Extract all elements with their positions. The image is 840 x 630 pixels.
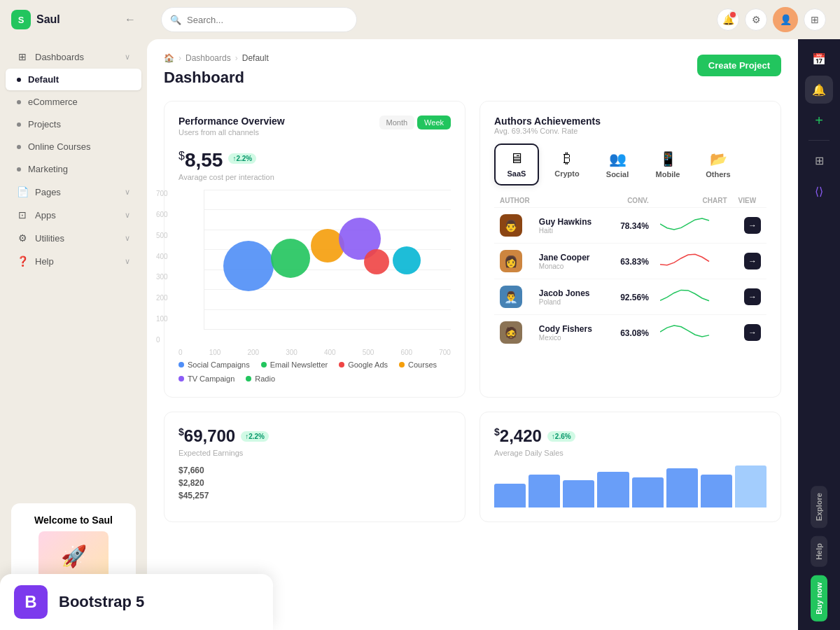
table-row: 👩 Jane Cooper Monaco 63.83% → [494,244,766,279]
nav-dot [17,100,21,104]
nav-dot [17,145,21,149]
sidebar-item-projects[interactable]: Projects [6,113,141,135]
settings-button[interactable]: ⚙ [745,8,767,31]
daily-sales-value: $2,420 [494,426,542,446]
legend-item: Social Campaigns [178,360,250,369]
nav-icon: ⊞ [17,51,28,62]
cat-label: Social [606,170,629,178]
category-tab-others[interactable]: 📂Others [696,144,741,186]
col-author: AUTHOR [494,194,608,208]
create-project-button[interactable]: Create Project [697,55,781,76]
author-avatar: 👨‍💼 [500,286,522,308]
legend-item: Google Ads [339,360,388,369]
x-label: 300 [286,349,298,356]
daily-sales-card: $2,420 ↑2.6% Average Daily Sales [479,412,781,522]
breadcrumb-dashboards[interactable]: Dashboards [186,53,231,63]
performance-title: Performance Overview [178,115,285,127]
legend-item: Courses [399,360,437,369]
app-logo: S [11,10,31,29]
view-cell: → [733,208,766,244]
explore-button[interactable]: Explore [811,486,827,528]
category-tab-crypto[interactable]: ₿Crypto [545,144,589,186]
sidebar-item-pages[interactable]: 📄Pages∨ [6,181,141,203]
col-conv: CONV. [608,194,654,208]
rail-bell-icon[interactable]: 🔔 [805,76,833,104]
bar [735,465,766,507]
sparkline-cell [654,208,733,244]
sidebar-item-help[interactable]: ❓Help∨ [6,250,141,272]
legend-dot [399,362,405,368]
legend-item: Radio [246,374,275,383]
author-info-cell: Guy Hawkins Haiti [533,208,608,244]
grid-button[interactable]: ⊞ [804,8,826,31]
nav-chevron: ∨ [125,211,130,220]
nav-icon: ⊡ [17,209,28,220]
period-month-button[interactable]: Month [379,115,415,130]
sidebar-item-default[interactable]: Default [6,69,141,90]
author-info-cell: Jacob Jones Poland [533,279,608,315]
search-icon: 🔍 [170,15,181,25]
notifications-button[interactable]: 🔔 [717,8,739,31]
rail-grid-icon[interactable]: ⊞ [805,146,833,174]
view-button[interactable]: → [744,288,761,305]
sparkline [660,249,716,270]
user-avatar[interactable]: 👤 [773,7,798,32]
category-tab-saas[interactable]: 🖥SaaS [494,144,539,186]
legend-item: TV Campaign [178,374,234,383]
sidebar-item-apps[interactable]: ⊡Apps∨ [6,204,141,226]
search-input[interactable] [187,15,348,25]
author-country: Poland [539,298,603,306]
bar [563,480,594,507]
conv-cell: 78.34% [608,208,654,244]
sidebar-item-online-courses[interactable]: Online Courses [6,136,141,158]
nav-label: Utilities [35,233,125,244]
category-tab-mobile[interactable]: 📱Mobile [645,144,690,186]
back-icon[interactable]: ← [125,13,136,26]
bubble-chart [204,190,451,330]
sidebar-item-marketing[interactable]: Marketing [6,158,141,180]
rail-code-icon[interactable]: ⟨⟩ [805,177,833,205]
rail-plus-icon[interactable]: + [805,106,833,134]
sidebar-item-utilities[interactable]: ⚙Utilities∨ [6,227,141,249]
buy-button[interactable]: Buy now [811,575,827,622]
period-week-button[interactable]: Week [417,115,451,130]
sidebar-nav: ⊞Dashboards∨DefaulteCommerceProjectsOnli… [0,39,147,492]
authors-header: Authors Achievements Avg. 69.34% Conv. R… [494,115,766,135]
authors-card: Authors Achievements Avg. 69.34% Conv. R… [479,101,781,398]
view-button[interactable]: → [744,217,761,234]
author-avatar: 👩 [500,250,522,272]
cat-icon: 📱 [659,150,677,167]
y-label: 600 [156,211,168,218]
authors-title: Authors Achievements [494,115,766,127]
sidebar-item-dashboards[interactable]: ⊞Dashboards∨ [6,46,141,68]
authors-table: AUTHOR CONV. CHART VIEW 👨 Guy Hawkins Ha… [494,194,766,350]
sparkline-cell [654,315,733,351]
legend-dot [261,362,267,368]
astronaut-illustration: 🚀 [38,531,108,580]
view-button[interactable]: → [744,324,761,341]
chart-legend: Social CampaignsEmail NewsletterGoogle A… [178,360,451,383]
author-avatar-cell: 🧔 [494,315,533,351]
search-box[interactable]: 🔍 [161,7,357,32]
col-view: VIEW [733,194,766,208]
author-avatar: 🧔 [500,321,522,344]
view-button[interactable]: → [744,253,761,270]
author-name: Guy Hawkins [539,217,603,227]
daily-sales-label: Average Daily Sales [494,449,766,457]
rail-calendar-icon[interactable]: 📅 [805,45,833,73]
nav-label: Apps [35,210,125,220]
nav-label: eCommerce [28,97,130,107]
author-avatar-cell: 👩 [494,244,533,279]
y-axis-labels: 7006005004003002001000 [156,190,168,344]
legend-dot [339,362,344,368]
help-button[interactable]: Help [811,536,827,567]
category-tab-social[interactable]: 👥Social [595,144,640,186]
cat-label: SaaS [507,169,526,178]
performance-card: Performance Overview Users from all chan… [164,101,465,398]
nav-dot [17,122,21,127]
content-area: 🏠 › Dashboards › Default Dashboard Creat… [147,39,840,630]
sidebar-item-ecommerce[interactable]: eCommerce [6,91,141,113]
table-row: 🧔 Cody Fishers Mexico 63.08% → [494,315,766,351]
author-country: Monaco [539,262,603,270]
breadcrumb-home[interactable]: 🏠 [164,53,174,63]
